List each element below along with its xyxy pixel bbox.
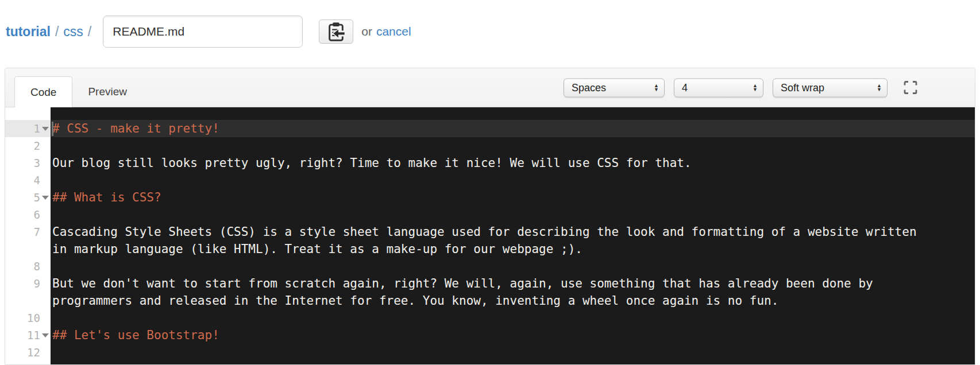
line-gutter[interactable]: 6	[5, 206, 51, 223]
indent-size-select[interactable]: 4 ▲▼	[674, 78, 763, 97]
line-gutter[interactable]: 3	[5, 154, 51, 172]
code-line[interactable]: # CSS - make it pretty!	[51, 120, 975, 137]
editor-line: 2	[5, 137, 975, 154]
breadcrumb-dir-link[interactable]: css	[63, 24, 83, 40]
clipboard-arrow-icon	[327, 22, 345, 41]
line-number[interactable]: 3	[34, 157, 40, 169]
filename-input[interactable]	[103, 15, 303, 48]
breadcrumb-separator: /	[55, 24, 59, 40]
fold-arrow-icon[interactable]	[42, 127, 49, 131]
line-gutter[interactable]: 13	[5, 361, 51, 364]
code-text: But we don't want to start from scratch …	[52, 275, 924, 309]
code-text: # CSS - make it pretty!	[52, 120, 924, 137]
editor-line: 12	[5, 344, 975, 361]
cancel-link[interactable]: cancel	[376, 25, 411, 38]
line-number[interactable]: 12	[27, 346, 40, 359]
code-text: Cascading Style Sheets (CSS) is a style …	[52, 223, 924, 258]
code-text: Our blog still looks pretty ugly, right?…	[52, 154, 924, 172]
code-text: Bootstrap is one of the most popular HTM…	[52, 361, 924, 364]
editor-line: 10	[5, 309, 975, 327]
line-gutter[interactable]: 11	[5, 327, 51, 344]
code-text: ## What is CSS?	[52, 189, 924, 206]
code-line[interactable]	[51, 172, 975, 189]
editor-line: 9 But we don't want to start from scratc…	[5, 275, 975, 309]
code-line[interactable]: Our blog still looks pretty ugly, right?…	[51, 154, 975, 172]
editor-line: 1 # CSS - make it pretty!	[5, 120, 975, 137]
screen-full-icon	[902, 80, 919, 96]
line-gutter[interactable]: 9	[5, 275, 51, 309]
line-number[interactable]: 5	[34, 191, 40, 204]
text-cursor	[52, 122, 53, 136]
editor-lines: 1 # CSS - make it pretty! 2 3 Our blog s…	[5, 107, 975, 364]
tab-preview[interactable]: Preview	[72, 76, 142, 107]
editor-line: 5 ## What is CSS?	[5, 189, 975, 206]
line-gutter[interactable]: 4	[5, 172, 51, 189]
code-line[interactable]	[51, 258, 975, 275]
line-number[interactable]: 2	[34, 139, 40, 152]
editor-line: 7 Cascading Style Sheets (CSS) is a styl…	[5, 223, 975, 258]
code-line[interactable]: ## Let's use Bootstrap!	[51, 327, 975, 344]
wrap-mode-select[interactable]: Soft wrap ▲▼	[773, 78, 888, 97]
line-number[interactable]: 6	[34, 208, 40, 221]
editor-top-padding	[5, 107, 975, 120]
code-editor: 1 # CSS - make it pretty! 2 3 Our blog s…	[5, 107, 975, 364]
line-gutter[interactable]: 7	[5, 223, 51, 258]
line-gutter[interactable]: 8	[5, 258, 51, 275]
or-text: or	[361, 25, 372, 38]
code-line[interactable]: Cascading Style Sheets (CSS) is a style …	[51, 223, 975, 258]
code-line[interactable]	[51, 206, 975, 223]
tab-code[interactable]: Code	[14, 76, 72, 107]
editor-line: 8	[5, 258, 975, 275]
breadcrumb-repo-link[interactable]: tutorial	[6, 24, 51, 40]
editor-line: 6	[5, 206, 975, 223]
line-number[interactable]: 13	[27, 363, 40, 364]
code-line[interactable]	[51, 309, 975, 327]
line-number[interactable]: 4	[34, 174, 40, 187]
editor-line: 11 ## Let's use Bootstrap!	[5, 327, 975, 344]
wrap-mode-value: Soft wrap	[781, 81, 824, 94]
up-down-arrows-icon: ▲▼	[753, 84, 758, 92]
editor-line: 13 Bootstrap is one of the most popular …	[5, 361, 975, 364]
code-line[interactable]	[51, 137, 975, 154]
fold-arrow-icon[interactable]	[42, 333, 49, 337]
line-number[interactable]: 11	[27, 329, 40, 341]
line-gutter[interactable]: 5	[5, 189, 51, 206]
line-gutter[interactable]: 12	[5, 344, 51, 361]
editor-line: 3 Our blog still looks pretty ugly, righ…	[5, 154, 975, 172]
line-gutter[interactable]: 2	[5, 137, 51, 154]
line-number[interactable]: 8	[34, 260, 40, 273]
code-line[interactable]	[51, 344, 975, 361]
file-header: tutorial / css / or cancel	[6, 15, 980, 48]
copy-path-button[interactable]	[319, 20, 353, 44]
line-number[interactable]: 7	[34, 226, 40, 238]
up-down-arrows-icon: ▲▼	[877, 84, 882, 92]
line-number[interactable]: 9	[34, 277, 40, 290]
fullscreen-button[interactable]	[901, 79, 920, 97]
breadcrumb-separator: /	[88, 24, 91, 40]
code-line[interactable]: But we don't want to start from scratch …	[51, 275, 975, 309]
fold-arrow-icon[interactable]	[42, 196, 49, 200]
code-line[interactable]: Bootstrap is one of the most popular HTM…	[51, 361, 975, 364]
indent-mode-value: Spaces	[572, 81, 606, 94]
line-number[interactable]: 1	[34, 122, 40, 135]
editor-tabbar: Code Preview Spaces ▲▼ 4 ▲▼ Soft wrap ▲▼	[5, 68, 975, 107]
indent-mode-select[interactable]: Spaces ▲▼	[564, 78, 665, 97]
file-editor-panel: Code Preview Spaces ▲▼ 4 ▲▼ Soft wrap ▲▼	[5, 68, 975, 365]
up-down-arrows-icon: ▲▼	[654, 84, 659, 92]
indent-size-value: 4	[682, 81, 688, 94]
editor-toolbar: Spaces ▲▼ 4 ▲▼ Soft wrap ▲▼	[564, 78, 920, 97]
line-gutter[interactable]: 10	[5, 309, 51, 327]
line-gutter[interactable]: 1	[5, 120, 51, 137]
code-text: ## Let's use Bootstrap!	[52, 327, 924, 344]
line-number[interactable]: 10	[27, 312, 40, 324]
code-line[interactable]: ## What is CSS?	[51, 189, 975, 206]
editor-line: 4	[5, 172, 975, 189]
